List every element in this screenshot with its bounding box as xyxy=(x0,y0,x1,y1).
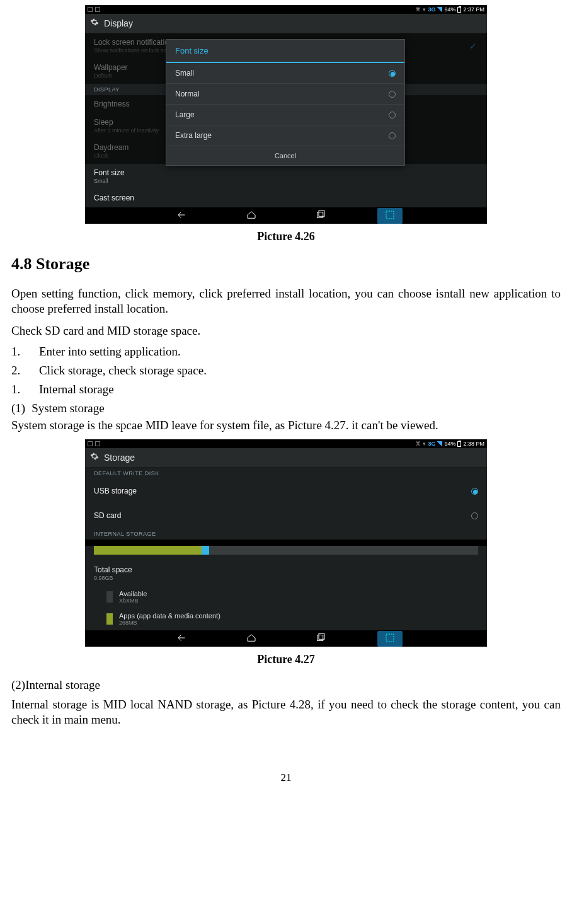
back-button[interactable] xyxy=(169,632,195,645)
network-3g-label: 3G xyxy=(428,441,435,447)
setting-title: Available xyxy=(119,590,147,598)
wifi-icon: ▾ xyxy=(423,441,426,447)
screenshot-storage-settings: ⌘ ▾ 3G 94% 2:38 PM Storage DEFAULT WRITE… xyxy=(85,439,487,647)
status-bar: ⌘ ▾ 3G 94% 2:38 PM xyxy=(85,439,487,448)
back-button[interactable] xyxy=(169,209,195,222)
page-number: 21 xyxy=(11,771,561,784)
section-heading: 4.8 Storage xyxy=(11,255,561,274)
wifi-icon: ▾ xyxy=(423,6,426,13)
svg-rect-5 xyxy=(386,634,394,642)
dialog-cancel-button[interactable]: Cancel xyxy=(166,146,404,165)
gear-icon xyxy=(90,452,99,463)
option-label: Extra large xyxy=(175,131,212,140)
bluetooth-icon: ⌘ xyxy=(415,441,421,447)
svg-rect-4 xyxy=(319,633,324,639)
notification-icon xyxy=(88,441,93,446)
paragraph: (2)Internal storage xyxy=(11,678,561,693)
bluetooth-icon: ⌘ xyxy=(415,6,421,13)
list-text: System storage xyxy=(31,401,105,415)
storage-total-space[interactable]: Total space 0.98GB xyxy=(85,561,487,586)
option-usb-storage[interactable]: USB storage xyxy=(85,479,487,504)
radio-icon[interactable] xyxy=(389,91,396,98)
dialog-option-small[interactable]: Small xyxy=(166,63,404,84)
setting-title: Cast screen xyxy=(94,193,478,202)
option-label: USB storage xyxy=(94,487,137,495)
option-label: Normal xyxy=(175,90,200,98)
radio-selected-icon[interactable] xyxy=(389,70,396,77)
svg-rect-0 xyxy=(317,212,323,217)
option-label: SD card xyxy=(94,511,121,520)
paragraph: Check SD card and MID storage space. xyxy=(11,323,561,338)
screen-title: Display xyxy=(104,18,133,28)
clock-time: 2:38 PM xyxy=(463,441,484,447)
home-button[interactable] xyxy=(239,209,264,222)
svg-rect-3 xyxy=(317,635,323,640)
radio-icon[interactable] xyxy=(389,132,396,139)
list-item: 1. Enter into setting application. xyxy=(11,345,561,359)
navigation-bar xyxy=(85,207,487,224)
list-text: Enter into setting application. xyxy=(39,345,181,359)
list-item: 2. Click storage, check storage space. xyxy=(11,364,561,378)
storage-available[interactable]: Available XbXMB xyxy=(85,586,487,608)
list-number: 1. xyxy=(11,345,25,359)
option-label: Large xyxy=(175,110,195,119)
battery-percent: 94% xyxy=(444,441,455,447)
recent-apps-button[interactable] xyxy=(308,632,333,645)
radio-icon[interactable] xyxy=(471,512,478,519)
storage-usage-bar xyxy=(85,546,487,561)
notification-icon xyxy=(95,441,100,446)
option-sd-card[interactable]: SD card xyxy=(85,504,487,528)
list-text: Internal storage xyxy=(39,383,114,396)
storage-apps[interactable]: Apps (app data & media content) 268MB xyxy=(85,608,487,630)
setting-subtitle: 0.98GB xyxy=(94,575,478,581)
setting-subtitle: 268MB xyxy=(119,620,220,626)
setting-title: Total space xyxy=(94,565,478,574)
color-swatch-icon xyxy=(106,591,113,603)
setting-subtitle: XbXMB xyxy=(119,598,147,604)
screenshot-button[interactable] xyxy=(377,631,403,647)
list-item: 1. Internal storage xyxy=(11,383,561,396)
list-number: 2. xyxy=(11,364,25,378)
signal-icon xyxy=(437,441,442,446)
svg-rect-2 xyxy=(386,211,394,219)
recent-apps-button[interactable] xyxy=(308,209,333,222)
svg-rect-1 xyxy=(319,211,324,216)
color-swatch-icon xyxy=(106,613,113,625)
figure-caption: Picture 4.27 xyxy=(11,653,561,666)
setting-title: Apps (app data & media content) xyxy=(119,612,220,620)
signal-icon xyxy=(437,7,442,12)
setting-title: Font size xyxy=(94,168,478,177)
battery-percent: 94% xyxy=(444,6,455,13)
radio-icon[interactable] xyxy=(389,112,396,118)
notification-icon xyxy=(95,7,100,12)
dialog-option-large[interactable]: Large xyxy=(166,105,404,125)
setting-cast-screen[interactable]: Cast screen xyxy=(85,189,487,207)
section-header-internal-storage: INTERNAL STORAGE xyxy=(85,528,487,540)
setting-subtitle: Small xyxy=(94,178,478,184)
font-size-dialog: Font size Small Normal Large Extra large… xyxy=(166,39,405,166)
storage-segment-other xyxy=(202,546,209,555)
storage-segment-apps xyxy=(94,546,202,555)
checkmark-icon[interactable]: ✓ xyxy=(469,41,477,51)
dialog-option-normal[interactable]: Normal xyxy=(166,84,404,105)
screen-title-bar: Display xyxy=(85,14,487,33)
list-text: Click storage, check storage space. xyxy=(39,364,207,378)
network-3g-label: 3G xyxy=(428,6,435,13)
home-button[interactable] xyxy=(239,632,264,645)
screenshot-button[interactable] xyxy=(377,208,403,224)
list-item: (1) System storage xyxy=(11,401,561,415)
figure-caption: Picture 4.26 xyxy=(11,230,561,243)
battery-icon xyxy=(457,7,461,13)
setting-font-size[interactable]: Font size Small xyxy=(85,164,487,189)
dialog-option-extra-large[interactable]: Extra large xyxy=(166,125,404,146)
paragraph: Internal storage is MID local NAND stora… xyxy=(11,697,561,728)
gear-icon xyxy=(90,18,99,29)
screen-title-bar: Storage xyxy=(85,448,487,468)
paragraph: Open setting function, click memory, cli… xyxy=(11,286,561,317)
radio-selected-icon[interactable] xyxy=(471,488,478,495)
navigation-bar xyxy=(85,630,487,647)
screenshot-display-settings: ⌘ ▾ 3G 94% 2:37 PM Display Lock screen n… xyxy=(85,5,487,224)
battery-icon xyxy=(457,441,461,447)
option-label: Small xyxy=(175,69,194,78)
list-number: (1) xyxy=(11,401,25,415)
